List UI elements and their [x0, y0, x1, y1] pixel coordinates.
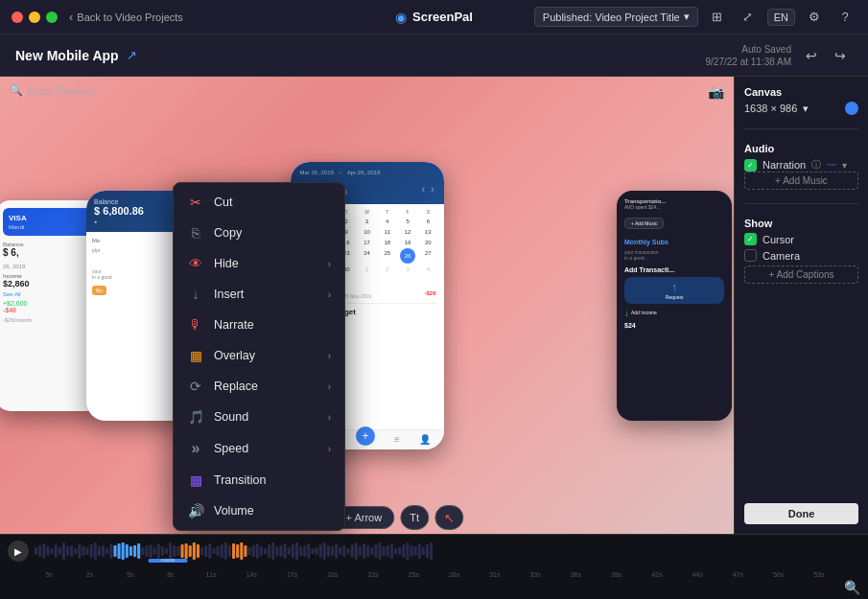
context-menu: ✂ Cut ⎘ Copy 👁 Hide › ↓ Insert ›: [173, 182, 345, 531]
menu-item-hide[interactable]: 👁 Hide ›: [174, 248, 344, 279]
svg-rect-76: [335, 543, 338, 559]
menu-item-narrate[interactable]: 🎙 Narrate: [174, 310, 344, 340]
add-music-label: + Add Music: [775, 175, 828, 186]
back-to-projects-button[interactable]: ‹ Back to Video Projects: [69, 10, 183, 24]
camera-row: Camera: [744, 249, 858, 262]
svg-rect-29: [149, 544, 152, 558]
nav-add-button[interactable]: +: [356, 426, 375, 446]
ruler-mark: 42s: [637, 571, 677, 578]
menu-item-transition[interactable]: ▩ Transition: [174, 465, 344, 495]
timeline-waveform: 0:16:00: [33, 538, 856, 564]
back-arrow-icon: ‹: [69, 10, 73, 24]
edit-title-icon[interactable]: ↗: [127, 48, 137, 62]
grid-view-button[interactable]: ⊞: [706, 6, 729, 29]
svg-rect-43: [204, 545, 207, 557]
ruler-mark: 17s: [272, 571, 313, 578]
cal-next-icon[interactable]: ›: [431, 184, 434, 195]
svg-rect-68: [303, 545, 306, 557]
minimize-button[interactable]: [29, 12, 40, 23]
svg-rect-27: [141, 547, 144, 555]
svg-rect-83: [363, 543, 365, 559]
svg-rect-0: [35, 547, 37, 555]
svg-text:0:16:00: 0:16:00: [161, 558, 175, 563]
canvas-section-title: Canvas: [744, 86, 858, 98]
narration-wave-icon: 〰: [827, 160, 836, 171]
help-button[interactable]: ?: [833, 6, 856, 29]
svg-rect-56: [256, 543, 259, 559]
menu-item-insert[interactable]: ↓ Insert ›: [174, 279, 344, 310]
ruler-mark: 2s: [69, 571, 109, 578]
play-button[interactable]: ▶: [8, 541, 29, 562]
menu-item-volume[interactable]: 🔊 Volume: [174, 495, 344, 526]
add-captions-button[interactable]: + Add Captions: [744, 265, 858, 284]
svg-rect-54: [248, 547, 251, 555]
svg-rect-87: [378, 542, 381, 560]
published-button[interactable]: Published: Video Project Title ▾: [534, 7, 698, 27]
undo-button[interactable]: ↩: [799, 43, 824, 68]
canvas-dropdown-icon: ▾: [803, 103, 809, 115]
nav-list-icon[interactable]: ≡: [394, 434, 400, 446]
svg-rect-100: [430, 542, 433, 560]
timeline-search-icon[interactable]: 🔍: [844, 580, 860, 595]
menu-item-speed[interactable]: » Speed ›: [174, 432, 344, 465]
svg-rect-79: [347, 548, 350, 554]
sound-icon: 🎵: [187, 409, 204, 425]
svg-rect-97: [418, 543, 421, 559]
svg-rect-53: [244, 545, 246, 557]
camera-label: Camera: [762, 250, 800, 262]
share-button[interactable]: ⤢: [737, 6, 760, 29]
nav-user-icon[interactable]: 👤: [419, 434, 431, 446]
svg-rect-4: [50, 548, 53, 554]
project-header: New Mobile App ↗ Auto Saved 9/27/22 at 1…: [0, 35, 868, 77]
settings-button[interactable]: ⚙: [803, 6, 826, 29]
auto-saved-label: Auto Saved: [705, 43, 791, 56]
narration-arrow-icon[interactable]: ▾: [842, 160, 847, 171]
language-button[interactable]: EN: [767, 9, 795, 26]
svg-rect-55: [252, 545, 255, 557]
svg-rect-19: [109, 543, 112, 559]
redo-button[interactable]: ↪: [828, 43, 853, 68]
canvas-toggle[interactable]: [845, 102, 858, 115]
close-button[interactable]: [12, 12, 23, 23]
back-label: Back to Video Projects: [77, 12, 182, 23]
done-button[interactable]: Done: [744, 503, 858, 524]
settings-icon: ⚙: [809, 10, 820, 24]
svg-rect-74: [327, 545, 330, 557]
ruler-mark: 20s: [313, 571, 353, 578]
svg-rect-70: [311, 548, 314, 554]
date-range-end: Apr 26, 2019: [347, 170, 380, 175]
phone-mockup-right: Transportatio... AVD spent $24... + Add …: [617, 191, 732, 421]
overlay-icon: ▦: [187, 348, 204, 363]
text-tool-button[interactable]: Tt: [400, 505, 429, 530]
svg-rect-18: [106, 548, 108, 554]
camera-checkbox[interactable]: [744, 249, 757, 262]
add-music-button[interactable]: + Add Music: [744, 172, 858, 190]
svg-rect-85: [370, 547, 373, 555]
svg-rect-69: [307, 543, 310, 559]
svg-rect-60: [271, 542, 274, 560]
maximize-button[interactable]: [46, 12, 58, 23]
audio-section-title: Audio: [744, 143, 858, 154]
menu-item-sound[interactable]: 🎵 Sound ›: [174, 402, 344, 432]
menu-item-copy[interactable]: ⎘ Copy: [174, 218, 344, 248]
cal-prev-icon[interactable]: ‹: [422, 184, 425, 195]
menu-item-overlay[interactable]: ▦ Overlay ›: [174, 340, 344, 371]
narration-checkbox[interactable]: ✓: [744, 159, 757, 172]
svg-rect-32: [161, 546, 164, 556]
cursor-tool-button[interactable]: ↖: [434, 505, 463, 530]
add-music-right-btn[interactable]: + Add Music: [624, 218, 664, 229]
cursor-checkbox[interactable]: ✓: [744, 233, 757, 245]
request-button[interactable]: ↑ Request: [624, 277, 724, 304]
svg-rect-20: [113, 545, 116, 557]
menu-item-replace[interactable]: ⟳ Replace ›: [174, 371, 344, 402]
svg-rect-46: [217, 546, 220, 556]
svg-rect-31: [157, 543, 160, 559]
add-captions-label: + Add Captions: [768, 269, 833, 280]
zoom-icon: 🔍: [10, 84, 23, 97]
svg-rect-12: [82, 546, 84, 556]
screenpal-icon: ◉: [395, 10, 407, 25]
ruler-mark: 53s: [799, 571, 839, 578]
svg-rect-35: [173, 545, 176, 557]
svg-rect-23: [126, 544, 129, 558]
menu-item-cut[interactable]: ✂ Cut: [174, 187, 344, 218]
